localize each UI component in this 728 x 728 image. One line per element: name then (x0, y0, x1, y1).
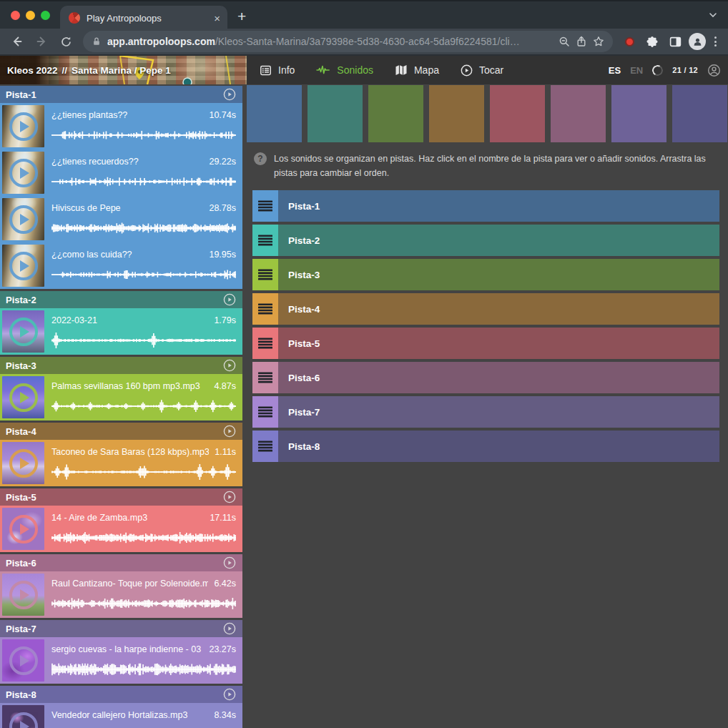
track-row-pista-6[interactable]: Pista-6 (252, 362, 719, 393)
nav-item-info[interactable]: Info (260, 64, 295, 77)
track-name[interactable]: Pista-8 (6, 689, 223, 700)
track-row-pista-7[interactable]: Pista-7 (252, 396, 719, 428)
tab-close-icon[interactable]: × (214, 13, 220, 24)
minimize-window-button[interactable] (26, 11, 35, 20)
side-panel-icon[interactable] (666, 32, 684, 51)
tab-search-chevron-icon[interactable] (708, 10, 718, 23)
back-button[interactable] (7, 31, 27, 51)
audio-clip[interactable]: ¿¿tienes plantas?? 10.74s (0, 103, 242, 149)
color-swatch-7[interactable] (611, 85, 666, 142)
track-name[interactable]: Pista-5 (6, 492, 223, 503)
forward-button[interactable] (31, 31, 51, 51)
drag-handle[interactable] (252, 190, 278, 222)
audio-clip[interactable]: Raul Cantizano- Toque por Solenoide.mp3 … (0, 571, 242, 618)
clip-play-button[interactable] (2, 310, 44, 353)
track-header[interactable]: Pista-1 (0, 86, 242, 103)
clip-play-button[interactable] (2, 245, 44, 287)
language-es-button[interactable]: ES (609, 65, 621, 76)
audio-clip[interactable]: Taconeo de Sara Baras (128 kbps).mp3 1.1… (0, 440, 242, 486)
account-icon[interactable] (707, 64, 721, 77)
nav-item-mapa[interactable]: Mapa (395, 64, 439, 76)
track-row-pista-2[interactable]: Pista-2 (252, 225, 719, 256)
track-header[interactable]: Pista-6 (0, 554, 242, 571)
color-swatch-6[interactable] (551, 85, 606, 142)
track-play-button[interactable] (223, 622, 236, 635)
audio-clip[interactable]: Vendedor callejero Hortalizas.mp3 8.34s (0, 703, 242, 728)
track-row-pista-4[interactable]: Pista-4 (252, 293, 719, 325)
track-header[interactable]: Pista-2 (0, 291, 242, 308)
bookmark-star-icon[interactable] (593, 36, 604, 47)
track-name[interactable]: Pista-3 (6, 360, 223, 371)
address-bar[interactable]: app.antropoloops.com/Kleos-Santa-Marina/… (83, 31, 613, 52)
audio-clip[interactable]: 14 - Aire de Zamba.mp3 17.11s (0, 506, 242, 552)
clip-play-button[interactable] (2, 442, 44, 484)
drag-handle[interactable] (252, 431, 278, 462)
color-swatch-1[interactable] (247, 85, 302, 142)
language-en-button[interactable]: EN (630, 65, 643, 76)
track-name[interactable]: Pista-2 (6, 295, 223, 305)
track-play-button[interactable] (223, 359, 236, 372)
clip-play-button[interactable] (2, 152, 44, 194)
drag-handle[interactable] (252, 293, 278, 325)
clip-play-button[interactable] (2, 198, 44, 240)
track-play-button[interactable] (223, 556, 236, 569)
track-play-button[interactable] (223, 425, 236, 438)
drag-handle[interactable] (252, 259, 278, 290)
url-text[interactable]: app.antropoloops.com/Kleos-Santa-Marina/… (107, 36, 553, 47)
color-swatch-2[interactable] (308, 85, 363, 142)
recording-extension-icon[interactable] (620, 32, 639, 51)
track-play-button[interactable] (223, 688, 236, 701)
track-header[interactable]: Pista-5 (0, 488, 242, 506)
lock-icon[interactable] (92, 36, 102, 46)
clip-play-button[interactable] (2, 376, 44, 418)
track-header[interactable]: Pista-8 (0, 686, 242, 703)
extensions-puzzle-icon[interactable] (643, 32, 661, 51)
track-header[interactable]: Pista-7 (0, 620, 242, 637)
track-row-pista-3[interactable]: Pista-3 (252, 259, 719, 290)
audio-clip[interactable]: Hiviscus de Pepe 28.78s (0, 196, 242, 242)
track-name[interactable]: Pista-4 (6, 426, 223, 437)
reload-button[interactable] (56, 31, 76, 51)
clip-play-button[interactable] (2, 639, 44, 682)
track-name[interactable]: Pista-7 (6, 624, 223, 634)
color-swatch-4[interactable] (429, 85, 484, 142)
browser-menu-kebab-icon[interactable] (710, 36, 721, 46)
drag-handle[interactable] (252, 225, 278, 256)
track-name[interactable]: Pista-1 (6, 89, 223, 100)
audio-clip[interactable]: ¿¿tienes recuerdos?? 29.22s (0, 149, 242, 196)
close-window-button[interactable] (11, 11, 20, 20)
audio-clip[interactable]: ¿¿como las cuida?? 19.95s (0, 242, 242, 289)
nav-item-tocar[interactable]: Tocar (461, 64, 503, 77)
track-header[interactable]: Pista-3 (0, 357, 242, 374)
clip-play-button[interactable] (2, 508, 44, 550)
color-swatch-8[interactable] (672, 85, 727, 142)
audio-clip[interactable]: sergio cuevas - la harpe indienne - 03 -… (0, 637, 242, 684)
drag-handle[interactable] (252, 328, 278, 359)
track-play-button[interactable] (223, 293, 236, 306)
track-row-pista-8[interactable]: Pista-8 (252, 431, 719, 462)
new-tab-button[interactable]: + (237, 8, 246, 25)
share-icon[interactable] (576, 36, 587, 47)
track-play-button[interactable] (223, 491, 236, 503)
clip-play-button[interactable] (2, 574, 44, 616)
breadcrumb[interactable]: Kleos 2022//Santa Marina / Pepe 1 (0, 56, 247, 84)
color-swatch-3[interactable] (368, 85, 423, 142)
zoom-window-button[interactable] (41, 11, 50, 20)
browser-tab[interactable]: Play Antropoloops × (60, 6, 227, 30)
zoom-out-icon[interactable] (559, 36, 570, 47)
browser-profile-avatar[interactable] (689, 33, 706, 50)
track-row-pista-5[interactable]: Pista-5 (252, 328, 719, 359)
breadcrumb-project[interactable]: Kleos 2022 (7, 65, 58, 76)
audio-clip[interactable]: Palmas sevillanas 160 bpm mp3.mp3 4.87s (0, 374, 242, 420)
track-name[interactable]: Pista-6 (6, 558, 223, 569)
drag-handle[interactable] (252, 396, 278, 428)
track-play-button[interactable] (223, 88, 236, 101)
clip-play-button[interactable] (2, 705, 44, 728)
track-row-pista-1[interactable]: Pista-1 (252, 190, 719, 222)
drag-handle[interactable] (252, 362, 278, 393)
track-header[interactable]: Pista-4 (0, 423, 242, 440)
audio-clip[interactable]: 2022-03-21 1.79s (0, 308, 242, 355)
clip-play-button[interactable] (2, 105, 44, 147)
nav-item-sonidos[interactable]: Sonidos (316, 64, 373, 76)
color-swatch-5[interactable] (490, 85, 545, 142)
